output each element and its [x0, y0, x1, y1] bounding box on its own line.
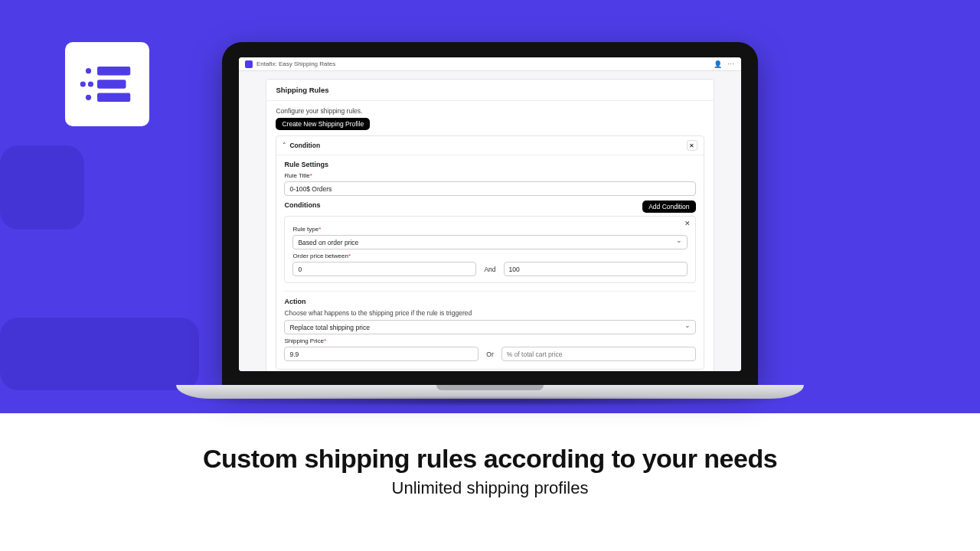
and-label: And — [482, 266, 497, 273]
svg-rect-2 — [97, 93, 130, 103]
rule-title-input[interactable] — [284, 181, 695, 196]
chevron-up-icon[interactable]: ˄ — [283, 142, 286, 149]
condition-panel: ˄ Condition ✕ Rule Settings Rule Title* — [276, 135, 704, 370]
card-subtitle: Configure your shipping rules. — [276, 107, 704, 115]
svg-point-4 — [80, 81, 86, 86]
rule-settings-heading: Rule Settings — [284, 161, 695, 168]
price-min-input[interactable] — [292, 262, 476, 276]
deco-shape — [0, 145, 84, 230]
app-icon — [245, 60, 253, 68]
or-label: Or — [485, 350, 495, 358]
close-panel-button[interactable]: ✕ — [687, 140, 697, 151]
shipping-rules-card: Shipping Rules Configure your shipping r… — [266, 79, 714, 371]
add-condition-button[interactable]: Add Condition — [642, 201, 695, 213]
create-profile-button[interactable]: Create New Shipping Profile — [276, 118, 370, 130]
e-logo-icon — [80, 57, 135, 112]
shipping-price-label: Shipping Price* — [284, 337, 695, 344]
shipping-price-input[interactable] — [284, 347, 479, 361]
divider — [284, 291, 695, 292]
app-title: Entafix: Easy Shipping Rates — [256, 60, 714, 67]
brand-logo — [65, 42, 149, 126]
panel-title: Condition — [289, 142, 686, 149]
app-screen: Entafix: Easy Shipping Rates 👤 ⋯ Shippin… — [239, 57, 741, 371]
percent-input[interactable] — [501, 347, 696, 361]
card-title: Shipping Rules — [266, 80, 713, 101]
action-heading: Action — [284, 298, 695, 305]
deco-shape — [0, 318, 199, 390]
rule-title-label: Rule Title* — [284, 172, 695, 179]
rule-type-label: Rule type* — [292, 226, 687, 233]
svg-point-6 — [86, 95, 91, 100]
user-icon[interactable]: 👤 — [714, 60, 723, 68]
more-icon[interactable]: ⋯ — [727, 60, 735, 68]
price-between-label: Order price between* — [292, 253, 687, 259]
svg-rect-1 — [97, 80, 126, 89]
marketing-headline: Custom shipping rules according to your … — [0, 444, 980, 474]
svg-rect-0 — [97, 67, 130, 76]
condition-item: ✕ Rule type* Based on order price Order … — [284, 216, 695, 283]
remove-condition-button[interactable]: ✕ — [684, 220, 691, 227]
svg-point-3 — [86, 68, 91, 73]
svg-point-5 — [88, 81, 93, 86]
window-titlebar: Entafix: Easy Shipping Rates 👤 ⋯ — [239, 57, 741, 71]
laptop-mockup: Entafix: Easy Shipping Rates 👤 ⋯ Shippin… — [222, 42, 758, 399]
rule-type-select[interactable]: Based on order price — [292, 235, 687, 249]
conditions-heading: Conditions — [284, 201, 320, 209]
action-desc: Choose what happens to the shipping pric… — [284, 309, 695, 317]
price-max-input[interactable] — [504, 262, 688, 276]
marketing-subhead: Unlimited shipping profiles — [0, 478, 980, 498]
action-type-select[interactable]: Replace total shipping price — [284, 320, 695, 334]
laptop-base — [176, 385, 804, 399]
